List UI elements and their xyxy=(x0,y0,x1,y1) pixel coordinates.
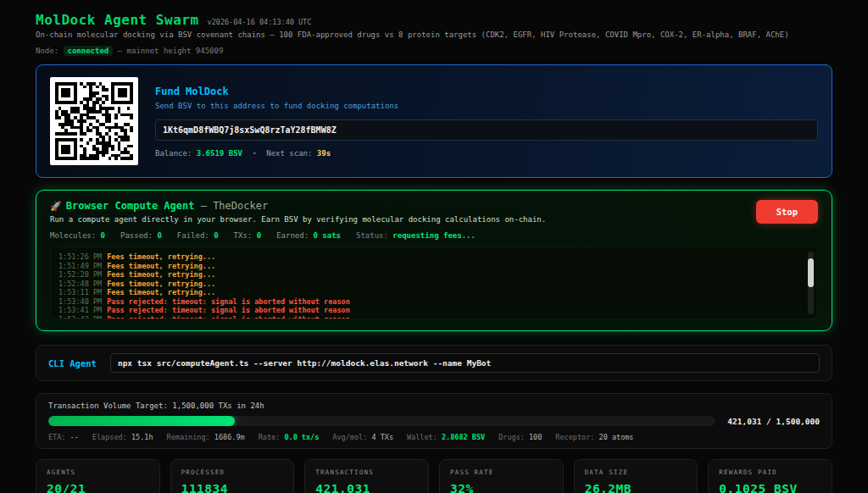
progress-count: 421,031 / 1,500,000 xyxy=(727,417,820,426)
log-scrollbar-thumb[interactable] xyxy=(808,258,814,287)
progress-title: Transaction Volume Target: 1,500,000 TXs… xyxy=(48,402,820,410)
stat-earned: Earned: 0 sats xyxy=(276,231,341,240)
page: MolDock Agent Swarm v2026-04-16 04:13:40… xyxy=(0,0,868,493)
agent-panel-title: 🚀Browser Compute Agent — TheDocker xyxy=(50,200,546,212)
next-scan-value: 39s xyxy=(317,149,331,158)
agent-panel-header: 🚀Browser Compute Agent — TheDocker Run a… xyxy=(50,200,818,224)
agent-panel-description: Run a compute agent directly in your bro… xyxy=(50,215,546,224)
node-detail: — mainnet height 945009 xyxy=(118,47,224,55)
stat-failed: Failed: 0 xyxy=(177,231,219,240)
fund-description: Send BSV to this address to fund docking… xyxy=(155,102,818,110)
stat-rate: Rate: 0.0 tx/s xyxy=(259,433,320,441)
cli-agent-bar: CLI Agent xyxy=(36,345,832,381)
stat-status: Status: requesting fees... xyxy=(356,231,476,240)
log-line: 1:52:48 PMFees timeout, retrying... xyxy=(58,280,800,289)
progress-fill xyxy=(48,416,235,426)
stat-eta: ETA: -- xyxy=(48,433,79,441)
header: MolDock Agent Swarm v2026-04-16 04:13:40… xyxy=(36,12,832,28)
card-processed: PROCESSED 111834 queue: 47 xyxy=(170,459,295,493)
stat-receptor: Receptor: 20 atoms xyxy=(555,433,633,441)
agent-name-suffix: — TheDocker xyxy=(201,200,268,212)
agent-title-block: 🚀Browser Compute Agent — TheDocker Run a… xyxy=(50,200,546,224)
progress-bar xyxy=(48,416,715,426)
log-line: 1:53:41 PMPass rejected: timeout: signal… xyxy=(58,306,800,315)
stat-cards-row: AGENTS 20/21 20 working PROCESSED 111834… xyxy=(36,459,832,493)
log-line: 1:53:11 PMFees timeout, retrying... xyxy=(58,288,800,297)
node-status-line: Node: connected — mainnet height 945009 xyxy=(36,47,832,55)
log-scrollbar[interactable] xyxy=(808,252,814,314)
cli-agent-label: CLI Agent xyxy=(48,358,97,368)
log-line: 1:51:49 PMFees timeout, retrying... xyxy=(58,262,800,271)
stat-drugs: Drugs: 100 xyxy=(498,433,542,441)
version-timestamp: v2026-04-16 04:13:40 UTC xyxy=(208,18,312,26)
progress-stats-row: ETA: -- Elapsed: 15.1h Remaining: 1686.9… xyxy=(48,433,820,441)
stat-molecules: Molecules: 0 xyxy=(50,231,105,240)
stat-wallet: Wallet: 2.8682 BSV xyxy=(407,433,485,441)
agent-title-text: Browser Compute Agent xyxy=(66,200,195,212)
stat-passed: Passed: 0 xyxy=(120,231,162,240)
stop-button[interactable]: Stop xyxy=(756,200,818,224)
agent-stats-row: Molecules: 0 Passed: 0 Failed: 0 TXs: 0 … xyxy=(50,231,818,240)
transaction-volume-panel: Transaction Volume Target: 1,500,000 TXs… xyxy=(36,393,832,449)
balance-value: 3.6519 BSV xyxy=(197,149,242,158)
agent-log: 1:51:26 PMFees timeout, retrying... 1:51… xyxy=(50,246,818,319)
separator-dot: • xyxy=(252,149,256,158)
qr-code xyxy=(50,77,138,165)
fund-panel: Fund MolDock Send BSV to this address to… xyxy=(36,64,832,178)
log-line: 1:53:40 PMPass rejected: timeout: signal… xyxy=(58,297,800,307)
next-scan-label: Next scan: xyxy=(266,149,312,158)
progress-row: 421,031 / 1,500,000 xyxy=(48,416,820,426)
card-agents: AGENTS 20/21 20 working xyxy=(36,459,160,493)
cli-command-input[interactable] xyxy=(110,353,820,373)
node-status-badge: connected xyxy=(64,46,114,56)
log-line: 1:53:42 PMPass rejected: timeout: signal… xyxy=(58,315,800,319)
fund-address-input[interactable] xyxy=(155,119,818,141)
balance-label: Balance: xyxy=(155,149,192,158)
fund-info: Fund MolDock Send BSV to this address to… xyxy=(155,86,818,158)
card-transactions: TRANSACTIONS 421,031 3.6 tx/s xyxy=(304,459,429,493)
stat-remaining: Remaining: 1686.9m xyxy=(167,433,245,441)
log-line: 1:51:26 PMFees timeout, retrying... xyxy=(58,252,800,262)
card-rewards-paid: REWARDS PAID 0.1025 BSV 10,246,450 sats xyxy=(708,459,832,493)
stat-avg-mol: Avg/mol: 4 TXs xyxy=(332,433,393,441)
fund-title: Fund MolDock xyxy=(155,86,818,97)
log-line: 1:52:20 PMFees timeout, retrying... xyxy=(58,270,800,280)
node-label: Node: xyxy=(36,47,58,55)
stat-txs: TXs: 0 xyxy=(234,231,262,240)
browser-compute-agent-panel: 🚀Browser Compute Agent — TheDocker Run a… xyxy=(36,190,832,331)
card-data-size: DATA SIZE 26.2MB running xyxy=(574,459,698,493)
page-subtitle: On-chain molecular docking via BSV coven… xyxy=(36,30,832,39)
stat-elapsed: Elapsed: 15.1h xyxy=(92,433,153,441)
rocket-icon: 🚀 xyxy=(50,201,62,212)
fund-balance-line: Balance: 3.6519 BSV • Next scan: 39s xyxy=(155,149,818,158)
card-pass-rate: PASS RATE 32% 55665 pass / 76069 fail xyxy=(439,459,564,493)
page-title: MolDock Agent Swarm xyxy=(36,12,199,28)
